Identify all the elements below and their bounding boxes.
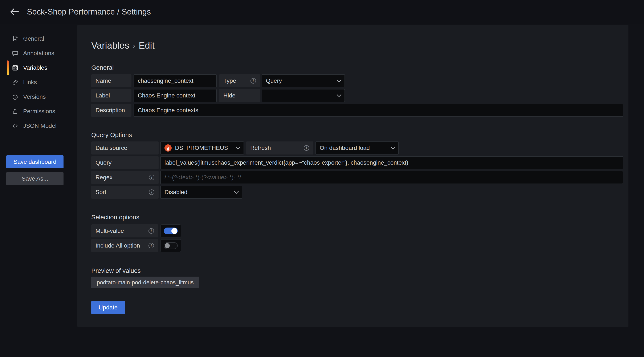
sidebar-item-permissions[interactable]: Permissions xyxy=(0,106,78,116)
dashboard-title: Sock-Shop Performance / Settings xyxy=(27,7,151,17)
toggle-knob xyxy=(172,228,177,234)
link-icon xyxy=(12,79,18,86)
comment-icon xyxy=(12,50,18,57)
update-button[interactable]: Update xyxy=(91,301,125,314)
info-icon[interactable]: i xyxy=(149,175,154,180)
type-select[interactable]: Query xyxy=(262,74,345,87)
type-label: Type i xyxy=(219,74,260,87)
query-label: Query xyxy=(91,156,158,169)
multi-value-row: Multi-value i xyxy=(91,224,623,237)
datasource-select[interactable]: DS_PROMETHEUS xyxy=(160,141,244,155)
sidebar-item-label: Annotations xyxy=(23,50,54,57)
info-icon[interactable]: i xyxy=(149,189,154,195)
general-heading: General xyxy=(91,63,623,72)
regex-input[interactable] xyxy=(160,171,623,184)
save-dashboard-button[interactable]: Save dashboard xyxy=(6,155,64,168)
datasource-label: Data source xyxy=(91,141,158,155)
sidebar-item-general[interactable]: General xyxy=(0,34,78,44)
toggle-knob xyxy=(165,243,170,248)
info-icon[interactable]: i xyxy=(304,145,309,151)
chevron-down-icon xyxy=(234,189,239,194)
sidebar-item-label: Variables xyxy=(23,64,47,71)
arrow-left-icon xyxy=(10,8,19,16)
back-button[interactable] xyxy=(9,6,20,17)
query-options-heading: Query Options xyxy=(91,131,623,139)
prometheus-icon xyxy=(164,144,172,152)
sidebar-item-label: Versions xyxy=(23,94,46,100)
query-row: Query xyxy=(91,156,623,169)
preview-heading: Preview of values xyxy=(91,266,623,275)
sidebar-item-label: JSON Model xyxy=(23,123,56,129)
chevron-down-icon xyxy=(337,92,342,97)
page-title-secondary: Edit xyxy=(139,40,155,51)
info-icon[interactable]: i xyxy=(148,228,154,234)
multi-value-toggle[interactable] xyxy=(160,224,181,237)
include-all-row: Include All option i xyxy=(91,239,623,252)
sidebar-item-links[interactable]: Links xyxy=(0,77,78,87)
history-icon xyxy=(12,94,18,100)
selection-options-heading: Selection options xyxy=(91,213,623,221)
sidebar-item-versions[interactable]: Versions xyxy=(0,92,78,102)
breadcrumb-separator: › xyxy=(132,41,135,50)
name-label: Name xyxy=(91,74,132,87)
query-input[interactable] xyxy=(160,156,623,169)
label-label: Label xyxy=(91,89,132,102)
label-input[interactable] xyxy=(134,89,217,102)
code-icon xyxy=(12,123,18,129)
regex-row: Regex i xyxy=(91,171,623,184)
sidebar-item-variables[interactable]: Variables xyxy=(0,63,78,73)
sort-select[interactable]: Disabled xyxy=(160,186,242,199)
regex-label: Regex i xyxy=(91,171,158,184)
sidebar-item-label: Links xyxy=(23,79,37,86)
hide-label: Hide xyxy=(219,89,260,102)
multi-value-label: Multi-value i xyxy=(91,224,158,237)
info-icon[interactable]: i xyxy=(148,243,154,248)
name-input[interactable] xyxy=(134,74,217,87)
lock-icon xyxy=(12,108,18,115)
name-type-row: Name Type i Query xyxy=(91,74,623,87)
chevron-down-icon xyxy=(236,145,240,149)
preview-value-chip: podtato-main-pod-delete-chaos_litmus xyxy=(91,277,199,288)
info-icon[interactable]: i xyxy=(250,78,256,84)
datasource-refresh-row: Data source DS_PROMETHEUS Refresh xyxy=(91,141,623,155)
refresh-label: Refresh i xyxy=(246,141,314,155)
page-title-primary: Variables xyxy=(91,40,129,51)
sidebar-item-label: Permissions xyxy=(23,108,55,115)
chevron-down-icon xyxy=(337,78,342,82)
include-all-label: Include All option i xyxy=(91,239,158,252)
refresh-select[interactable]: On dashboard load xyxy=(316,141,399,155)
page-title: Variables›Edit xyxy=(91,39,623,52)
description-input[interactable] xyxy=(134,104,623,117)
chevron-down-icon xyxy=(390,145,396,149)
sidebar-item-json-model[interactable]: JSON Model xyxy=(0,121,78,131)
sidebar-item-label: General xyxy=(23,35,44,42)
hide-select[interactable] xyxy=(262,89,345,102)
top-nav: Sock-Shop Performance / Settings xyxy=(0,0,644,24)
settings-panel: Variables›Edit General Name Type i Query… xyxy=(78,25,628,327)
save-as-button[interactable]: Save As... xyxy=(6,172,64,185)
description-label: Description xyxy=(91,104,132,117)
sliders-icon xyxy=(12,35,18,42)
sort-row: Sort i Disabled xyxy=(91,186,623,199)
settings-sidebar: General Annotations Varia xyxy=(0,24,78,185)
sort-label: Sort i xyxy=(91,186,158,199)
label-hide-row: Label Hide xyxy=(91,89,623,102)
sidebar-item-annotations[interactable]: Annotations xyxy=(0,48,78,58)
calculator-icon xyxy=(12,64,18,71)
include-all-toggle[interactable] xyxy=(160,239,181,252)
description-row: Description xyxy=(91,104,623,117)
